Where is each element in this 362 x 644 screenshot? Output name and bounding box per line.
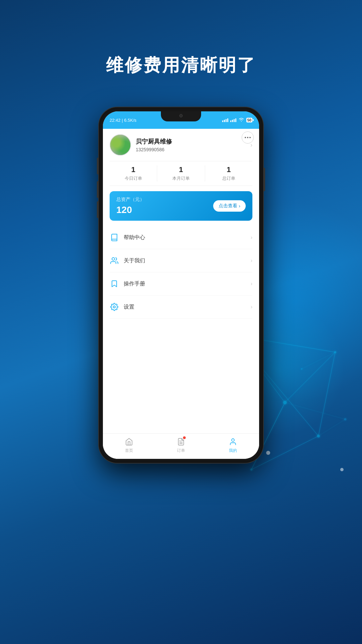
home-icon <box>124 437 134 446</box>
nav-label-mine: 我的 <box>229 448 237 453</box>
asset-amount: 120 <box>116 205 144 215</box>
menu-label-settings: 设置 <box>124 304 246 311</box>
asset-btn-arrow: › <box>239 203 240 209</box>
status-time-speed: 22:42 | 6.5K/s <box>110 118 136 123</box>
menu-item-manual[interactable]: 操作手册 › <box>110 272 252 296</box>
stat-total[interactable]: 1 总订单 <box>205 165 252 181</box>
svg-point-11 <box>317 435 320 437</box>
battery: 50 <box>246 118 252 122</box>
stat-month[interactable]: 1 本月订单 <box>157 165 204 181</box>
signal-bar2-3 <box>234 119 235 122</box>
asset-info: 总资产（元） 120 <box>116 197 144 215</box>
signal-bars-2 <box>230 118 236 122</box>
menu-label-help: 帮助中心 <box>124 234 246 241</box>
more-dot-2 <box>247 137 248 138</box>
svg-point-21 <box>112 258 115 260</box>
nav-label-home: 首页 <box>125 448 133 453</box>
more-dot-1 <box>245 137 246 138</box>
menu-label-manual: 操作手册 <box>124 280 246 287</box>
menu-arrow-manual: › <box>251 281 252 287</box>
svg-line-16 <box>318 419 345 436</box>
signal-bar-4 <box>227 118 228 122</box>
orders-badge <box>183 436 186 439</box>
menu-list: 帮助中心 › 关于我们 <box>103 226 259 433</box>
stat-month-number: 1 <box>157 165 204 174</box>
asset-title: 总资产（元） <box>116 197 144 203</box>
mine-icon <box>228 437 238 446</box>
asset-btn-label: 点击查看 <box>219 203 237 209</box>
signal-bar-2 <box>224 120 225 122</box>
profile-section[interactable]: 贝宁厨具维修 13259990586 › <box>103 129 259 161</box>
signal-bar2-4 <box>235 118 236 122</box>
signal-bar-1 <box>222 120 223 122</box>
bookmark-icon <box>110 279 119 288</box>
stat-today-number: 1 <box>110 165 157 174</box>
avatar <box>110 134 131 156</box>
nav-item-orders[interactable]: 订单 <box>155 437 207 453</box>
nav-item-mine[interactable]: 我的 <box>207 437 259 453</box>
nav-item-home[interactable]: 首页 <box>103 437 155 453</box>
profile-name: 贝宁厨具维修 <box>136 138 246 146</box>
svg-point-14 <box>344 418 346 420</box>
menu-item-settings[interactable]: 设置 › <box>110 296 252 319</box>
signal-bars <box>222 118 228 122</box>
more-button[interactable] <box>242 131 254 144</box>
profile-info: 贝宁厨具维修 13259990586 <box>136 138 246 152</box>
user-group-icon <box>110 256 119 265</box>
stats-row: 1 今日订单 1 本月订单 1 总订单 <box>110 161 252 186</box>
stat-total-number: 1 <box>205 165 252 174</box>
phone-wrapper: 22:42 | 6.5K/s <box>99 107 263 463</box>
phone-screen: 22:42 | 6.5K/s <box>103 111 259 459</box>
app-content: 贝宁厨具维修 13259990586 › 1 今日订单 1 本月订单 <box>103 129 259 459</box>
status-speed: 6.5K/s <box>124 118 136 123</box>
asset-card[interactable]: 总资产（元） 120 点击查看 › <box>110 191 252 221</box>
more-dots <box>245 137 251 138</box>
status-right: 50 <box>222 117 252 123</box>
menu-label-about: 关于我们 <box>124 257 246 264</box>
more-dot-3 <box>249 137 251 138</box>
bottom-nav: 首页 订单 <box>103 433 259 459</box>
status-bar: 22:42 | 6.5K/s <box>103 111 259 129</box>
camera-dot <box>179 114 183 117</box>
stat-total-label: 总订单 <box>205 175 252 181</box>
menu-item-help[interactable]: 帮助中心 › <box>110 226 252 249</box>
stat-today-label: 今日订单 <box>110 175 157 181</box>
svg-point-12 <box>250 469 252 471</box>
phone-frame: 22:42 | 6.5K/s <box>99 107 263 463</box>
signal-bar2-2 <box>232 120 233 122</box>
menu-item-about[interactable]: 关于我们 › <box>110 249 252 272</box>
status-time: 22:42 <box>110 118 121 123</box>
menu-arrow-about: › <box>251 258 252 264</box>
battery-level: 50 <box>247 118 251 122</box>
avatar-image <box>110 135 130 155</box>
svg-point-25 <box>232 439 234 441</box>
book-icon <box>110 233 119 242</box>
svg-point-19 <box>340 468 344 471</box>
asset-view-button[interactable]: 点击查看 › <box>213 200 246 212</box>
menu-arrow-help: › <box>251 234 252 240</box>
nav-label-orders: 订单 <box>177 448 185 453</box>
wifi-icon <box>238 117 244 123</box>
signal-bar-3 <box>226 119 227 122</box>
stat-today[interactable]: 1 今日订单 <box>110 165 157 181</box>
profile-phone: 13259990586 <box>136 147 246 152</box>
svg-point-18 <box>266 451 270 455</box>
page-title: 维修费用清晰明了 <box>0 54 362 77</box>
menu-arrow-settings: › <box>251 304 252 310</box>
notch <box>161 111 201 121</box>
svg-point-22 <box>113 306 115 308</box>
signal-bar2-1 <box>230 120 231 122</box>
stat-month-label: 本月订单 <box>157 175 204 181</box>
gear-icon <box>110 302 119 312</box>
